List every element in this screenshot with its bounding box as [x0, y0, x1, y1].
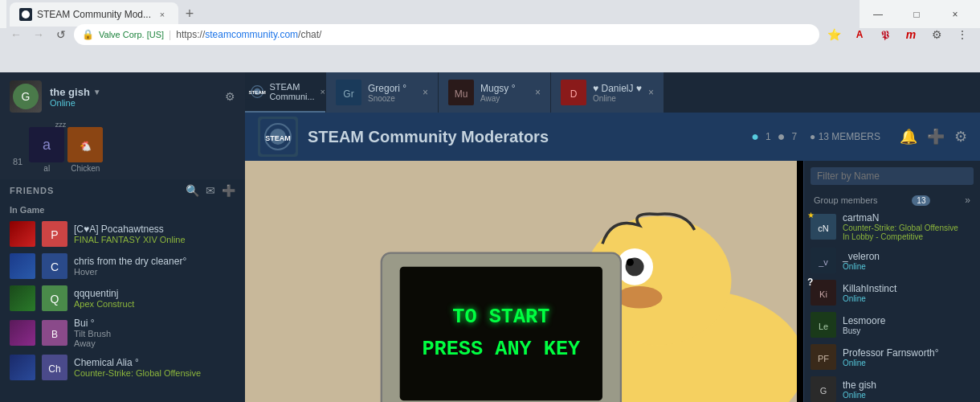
- friend-pocah-game: FINAL FANTASY XIV Online: [74, 235, 235, 244]
- add-member-icon[interactable]: ➕: [927, 128, 945, 146]
- gish-member-avatar: G: [811, 376, 836, 402]
- left-sidebar: G the gish ▼ Online ⚙ 81 zzz a al: [0, 72, 245, 402]
- member-item-killah[interactable]: ? Ki KillahInstinct Online: [804, 277, 980, 309]
- svg-text:a: a: [43, 137, 51, 153]
- friends-actions: 🔍 ✉ ➕: [186, 184, 235, 197]
- search-friends-icon[interactable]: 🔍: [186, 184, 199, 197]
- members-filter-input[interactable]: [811, 167, 974, 185]
- forward-button[interactable]: →: [29, 25, 48, 44]
- svg-point-35: [627, 259, 634, 266]
- url-text: https://steamcommunity.com/chat/: [176, 29, 321, 40]
- friend-mini-chicken[interactable]: 🐔 Chicken: [67, 127, 103, 173]
- svg-text:C: C: [51, 260, 59, 273]
- group-header: STEAM STEAM Community Moderators ● 1 ● 7…: [245, 113, 980, 161]
- member-item-lesmoore[interactable]: Le Lesmoore Busy: [804, 309, 980, 341]
- tab-favicon: [19, 8, 32, 21]
- message-icon[interactable]: ✉: [206, 184, 215, 197]
- url-separator: |: [169, 29, 171, 40]
- chat-tab-daniel[interactable]: D ♥ DanielJ ♥ Online ×: [550, 72, 664, 113]
- pinterest-icon[interactable]: 𝕻: [874, 23, 896, 46]
- chat-tab-gregori[interactable]: Gr Gregori ° Snooze ×: [325, 72, 438, 113]
- lesmoore-name: Lesmoore: [843, 315, 974, 326]
- killah-name: KillahInstinct: [843, 283, 974, 294]
- close-button[interactable]: ×: [937, 2, 974, 27]
- tab-title: STEAM Community Mod...: [37, 9, 151, 20]
- mugsy-tab-close[interactable]: ×: [535, 87, 541, 98]
- gish-member-info: the gish Online: [843, 379, 974, 400]
- menu-button[interactable]: ⋮: [951, 23, 974, 46]
- svg-text:B: B: [51, 329, 58, 340]
- friend-item-pocah[interactable]: P [C♥A] Pocahawtness FINAL FANTASY XIV O…: [0, 218, 245, 250]
- friend-chemical-avatar: Ch: [42, 355, 67, 380]
- active-tab[interactable]: STEAM Community Mod... ×: [10, 2, 178, 27]
- add-friend-icon[interactable]: ➕: [222, 184, 235, 197]
- friend-bui-name: Bui °: [74, 318, 235, 329]
- chat-image-area: TO START PRESS ANY KEY: [245, 161, 803, 402]
- expand-icon[interactable]: »: [965, 195, 970, 206]
- friend-item-bui[interactable]: B Bui ° Tilt Brush Away: [0, 314, 245, 351]
- member-item-farnsworth[interactable]: PF Professor Farnsworth° Online: [804, 341, 980, 373]
- user-header: G the gish ▼ Online ⚙: [0, 72, 245, 121]
- svg-text:_v: _v: [818, 257, 828, 267]
- daniel-tab-info: ♥ DanielJ ♥ Online: [593, 83, 642, 103]
- farnsworth-name: Professor Farnsworth°: [843, 347, 974, 359]
- url-https: https://: [176, 29, 205, 40]
- daniel-tab-avatar: D: [561, 80, 586, 105]
- steam-app: G the gish ▼ Online ⚙ 81 zzz a al: [0, 72, 980, 402]
- daniel-tab-status: Online: [593, 94, 642, 103]
- veleron-avatar: _v: [811, 248, 836, 273]
- back-button[interactable]: ←: [6, 25, 26, 44]
- m-icon[interactable]: m: [900, 23, 922, 46]
- killah-info: KillahInstinct Online: [843, 283, 974, 303]
- simpsons-svg: TO START PRESS ANY KEY: [245, 161, 803, 402]
- bell-icon[interactable]: 🔔: [900, 128, 917, 146]
- member-item-gish[interactable]: G the gish Online: [804, 373, 980, 402]
- away-count: 7: [791, 131, 797, 142]
- in-game-label: In Game: [0, 202, 245, 218]
- friend-qq-avatar: Q: [42, 285, 67, 311]
- cartman-name: cartmaN: [843, 212, 974, 224]
- chat-content-area: TO START PRESS ANY KEY G: [245, 161, 980, 402]
- friends-avatars-row: 81 zzz a al 🐔 Chicken: [0, 121, 245, 179]
- veleron-info: _veleron Online: [843, 251, 974, 271]
- friend-item-chemical[interactable]: Ch Chemical Alia ° Counter-Strike: Globa…: [0, 351, 245, 384]
- member-item-veleron[interactable]: _v _veleron Online: [804, 244, 980, 277]
- svg-text:Q: Q: [51, 293, 59, 306]
- farnsworth-status: Online: [843, 359, 974, 367]
- star-icon[interactable]: ⭐: [823, 23, 845, 46]
- members-total: ● 13 MEMBERS: [810, 131, 880, 142]
- away-dot: ●: [778, 129, 786, 144]
- question-mark: ?: [807, 277, 813, 288]
- url-bar[interactable]: 🔒 Valve Corp. [US] | https://steamcommun…: [74, 24, 819, 45]
- lesmoore-avatar: Le: [811, 312, 836, 338]
- acrobat-icon[interactable]: A: [848, 23, 871, 46]
- friend-item-chris[interactable]: C chris from the dry cleaner° Hover: [0, 250, 245, 282]
- friend-mini-al[interactable]: zzz a al: [29, 127, 64, 173]
- svg-text:G: G: [820, 386, 827, 396]
- cartman-avatar: ★ cN: [811, 214, 836, 240]
- farnsworth-info: Professor Farnsworth° Online: [843, 347, 974, 367]
- tab-close-icon[interactable]: ×: [156, 8, 169, 21]
- daniel-tab-close[interactable]: ×: [648, 87, 654, 98]
- gish-member-name: the gish: [843, 379, 974, 391]
- mugsy-tab-avatar: Mu: [448, 80, 474, 105]
- minimize-button[interactable]: —: [860, 2, 896, 27]
- maximize-button[interactable]: □: [898, 2, 935, 27]
- friend-pocah-details: [C♥A] Pocahawtness FINAL FANTASY XIV Onl…: [74, 224, 235, 244]
- member-item-cartman[interactable]: ★ cN cartmaN Counter-Strike: Global Offe…: [804, 209, 980, 244]
- friend-pocah-avatar: P: [42, 221, 67, 247]
- friend-chris-name: chris from the dry cleaner°: [74, 256, 235, 267]
- gregori-tab-avatar: Gr: [336, 80, 361, 105]
- gregori-tab-close[interactable]: ×: [423, 87, 428, 98]
- friend-item-qq[interactable]: Q qqquentinj Apex Construct: [0, 282, 245, 314]
- settings-icon[interactable]: ⚙: [225, 90, 235, 103]
- extensions-icon[interactable]: ⚙: [925, 23, 948, 46]
- chat-tab-mugsy[interactable]: Mu Mugsy ° Away ×: [438, 72, 550, 113]
- reload-button[interactable]: ↺: [51, 25, 71, 44]
- friend-bui-status: Tilt Brush: [74, 329, 235, 338]
- friend-al-label: al: [43, 164, 50, 173]
- svg-rect-38: [400, 267, 602, 400]
- new-tab-button[interactable]: +: [178, 3, 201, 26]
- friend-qq-details: qqquentinj Apex Construct: [74, 288, 235, 309]
- group-settings-icon[interactable]: ⚙: [954, 128, 967, 146]
